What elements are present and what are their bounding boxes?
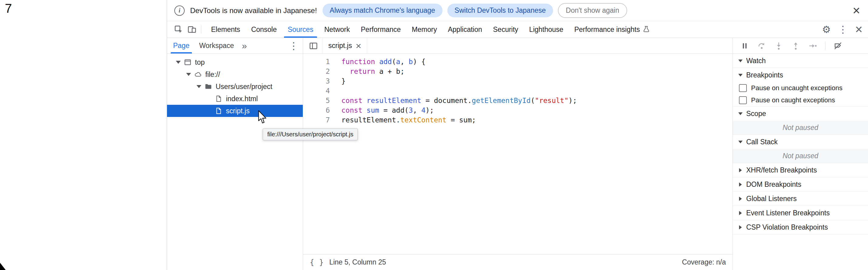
infobar-actions: Always match Chrome's languageSwitch Dev… xyxy=(322,3,627,18)
step-icon[interactable] xyxy=(808,41,818,51)
section-header-global-listeners[interactable]: Global Listeners xyxy=(733,192,868,206)
section-event-listener-breakpoints: Event Listener Breakpoints xyxy=(733,206,868,220)
tree-item-users-user-project[interactable]: Users/user/project xyxy=(167,81,303,93)
line-number[interactable]: 4 xyxy=(303,86,330,96)
step-out-icon[interactable] xyxy=(790,41,801,51)
section-header-call-stack[interactable]: Call Stack xyxy=(733,135,868,149)
inspect-icon[interactable] xyxy=(172,23,185,36)
checkbox-icon[interactable] xyxy=(739,84,747,92)
section-dom-breakpoints: DOM Breakpoints xyxy=(733,177,868,192)
section-header-watch[interactable]: Watch xyxy=(733,54,868,68)
navigator-menu-icon[interactable]: ⋮ xyxy=(285,40,303,52)
code-token: getElementById xyxy=(472,97,531,104)
checkbox-pause-on-caught-exceptions[interactable]: Pause on caught exceptions xyxy=(733,94,868,106)
code-token: resultElement xyxy=(367,97,421,104)
code-token: ( xyxy=(392,58,396,66)
tab-sources[interactable]: Sources xyxy=(282,21,318,38)
code-token: , xyxy=(400,58,409,66)
line-number[interactable]: 3 xyxy=(303,76,330,86)
code-text[interactable]: function add(a, b) { xyxy=(330,57,426,66)
triangle-icon xyxy=(739,211,742,215)
code-text[interactable]: const resultElement = document.getElemen… xyxy=(330,96,577,106)
triangle-icon xyxy=(738,74,743,77)
tree-item-file[interactable]: file:// xyxy=(167,68,303,81)
page-content-number: 7 xyxy=(5,1,12,16)
device-toolbar-icon[interactable] xyxy=(185,23,198,36)
more-tabs-icon[interactable]: » xyxy=(239,41,250,51)
code-token: function xyxy=(341,58,375,66)
tab-label: Console xyxy=(251,26,277,34)
code-text[interactable] xyxy=(330,86,341,96)
panel-toggle-icon[interactable] xyxy=(307,39,320,53)
deactivate-breakpoints-icon[interactable] xyxy=(833,41,843,51)
language-infobar: i DevTools is now available in Japanese!… xyxy=(167,0,868,21)
main-toolbar: ElementsConsoleSourcesNetworkPerformance… xyxy=(167,21,868,38)
file-tree: topfile://Users/user/projectindex.htmlsc… xyxy=(167,54,303,270)
section-header-breakpoints[interactable]: Breakpoints xyxy=(733,68,868,82)
tab-console[interactable]: Console xyxy=(246,21,282,38)
pretty-print-icon[interactable]: { } xyxy=(310,258,324,267)
checkbox-icon[interactable] xyxy=(739,96,747,104)
code-token: b xyxy=(409,58,413,66)
step-into-icon[interactable] xyxy=(774,41,784,51)
close-devtools-icon[interactable]: × xyxy=(855,23,863,36)
line-number[interactable]: 5 xyxy=(303,96,330,106)
switch-devtools-to-japanese-button[interactable]: Switch DevTools to Japanese xyxy=(447,4,553,17)
tab-performance[interactable]: Performance xyxy=(355,21,406,38)
toolbar-right: ⚙ ⋮ × xyxy=(822,23,868,36)
code-token: = add( xyxy=(379,106,409,114)
tree-item-index-html[interactable]: index.html xyxy=(167,93,303,105)
navigator-tab-page[interactable]: Page xyxy=(168,38,194,54)
code-text[interactable]: return a + b; xyxy=(330,66,405,76)
navigator-tab-label: Page xyxy=(173,41,189,50)
tab-application[interactable]: Application xyxy=(442,21,488,38)
cloud-icon xyxy=(193,69,203,79)
editor-tab-script-js[interactable]: script.js × xyxy=(322,38,367,54)
code-token xyxy=(362,106,367,114)
code-token: "result" xyxy=(535,97,568,104)
section-header-dom-breakpoints[interactable]: DOM Breakpoints xyxy=(733,177,868,191)
pause-icon[interactable] xyxy=(740,41,750,51)
triangle-icon xyxy=(196,85,202,88)
section-header-xhr-fetch-breakpoints[interactable]: XHR/fetch Breakpoints xyxy=(733,163,868,177)
tree-item-top[interactable]: top xyxy=(167,56,303,68)
code-text[interactable]: resultElement.textContent = sum; xyxy=(330,115,476,125)
section-header-event-listener-breakpoints[interactable]: Event Listener Breakpoints xyxy=(733,206,868,220)
tab-memory[interactable]: Memory xyxy=(406,21,442,38)
always-match-chrome-s-language-button[interactable]: Always match Chrome's language xyxy=(322,4,442,17)
don-t-show-again-button[interactable]: Don't show again xyxy=(558,3,627,18)
tab-network[interactable]: Network xyxy=(319,21,355,38)
tab-elements[interactable]: Elements xyxy=(206,21,246,38)
toolbar-divider xyxy=(201,25,202,34)
line-number[interactable]: 6 xyxy=(303,106,330,115)
step-over-icon[interactable] xyxy=(756,41,767,51)
settings-gear-icon[interactable]: ⚙ xyxy=(822,25,831,34)
disclosure-icon[interactable] xyxy=(185,73,192,76)
line-number[interactable]: 1 xyxy=(303,57,330,66)
code-editor[interactable]: 1function add(a, b) {2 return a + b;3}45… xyxy=(303,54,733,254)
checkbox-pause-on-uncaught-exceptions[interactable]: Pause on uncaught exceptions xyxy=(733,82,868,94)
section-header-scope[interactable]: Scope xyxy=(733,107,868,121)
navigator-tab-workspace[interactable]: Workspace xyxy=(194,38,239,54)
code-text[interactable]: } xyxy=(330,76,346,86)
infobar-close-icon[interactable]: × xyxy=(852,4,860,17)
disclosure-icon[interactable] xyxy=(195,85,203,88)
code-text[interactable]: const sum = add(3, 4); xyxy=(330,106,434,115)
tree-item-label: Users/user/project xyxy=(216,83,272,91)
tab-label: Performance xyxy=(361,26,401,34)
page-cursor-icon xyxy=(0,263,7,270)
line-number[interactable]: 2 xyxy=(303,66,330,76)
tab-security[interactable]: Security xyxy=(488,21,524,38)
debugger-toolbar xyxy=(733,38,868,54)
tab-close-icon[interactable]: × xyxy=(355,41,362,51)
section-header-csp-violation-breakpoints[interactable]: CSP Violation Breakpoints xyxy=(733,220,868,234)
disclosure-icon[interactable] xyxy=(174,61,182,64)
tab-performance-insights[interactable]: Performance insights xyxy=(569,21,656,38)
line-number[interactable]: 7 xyxy=(303,115,330,125)
mouse-cursor-icon xyxy=(257,110,267,124)
more-options-icon[interactable]: ⋮ xyxy=(838,25,848,34)
editor-tabstrip: script.js × xyxy=(303,38,733,54)
tab-lighthouse[interactable]: Lighthouse xyxy=(524,21,569,38)
section-breakpoints: BreakpointsPause on uncaught exceptionsP… xyxy=(733,68,868,107)
tree-item-script-js[interactable]: script.js xyxy=(167,105,303,117)
